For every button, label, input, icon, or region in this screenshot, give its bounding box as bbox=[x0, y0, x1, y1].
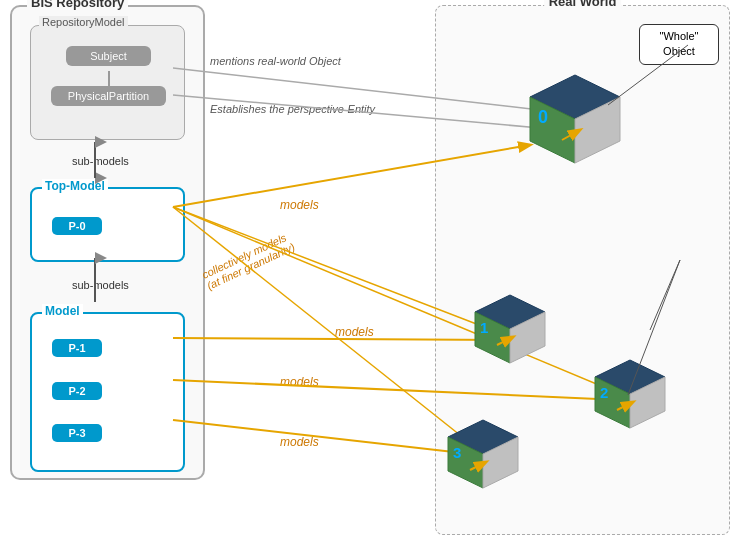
p3-models-arrow bbox=[173, 420, 480, 455]
top-model-box: Top-Model P-0 bbox=[30, 187, 185, 262]
sub-models-label-2: sub-models bbox=[72, 279, 129, 291]
p3-box: P-3 bbox=[52, 424, 102, 442]
p2-box: P-2 bbox=[52, 382, 102, 400]
establishes-label: Establishes the perspective-Entity bbox=[210, 103, 375, 115]
models-label-3: models bbox=[280, 375, 319, 389]
model-label: Model bbox=[42, 304, 83, 318]
subject-box: Subject bbox=[66, 46, 151, 66]
models-label-1: models bbox=[280, 198, 319, 212]
repo-model-label: RepositoryModel bbox=[39, 16, 128, 28]
models-label-2: models bbox=[335, 325, 374, 339]
top-model-label: Top-Model bbox=[42, 179, 108, 193]
real-world-label: Real World bbox=[544, 0, 622, 9]
whole-object-callout: "Whole" Object bbox=[639, 24, 719, 65]
model-box: Model P-1 P-2 P-3 bbox=[30, 312, 185, 472]
collectively-arrow-3 bbox=[173, 207, 475, 447]
sub-models-label-1: sub-models bbox=[72, 155, 129, 167]
collectively-label: collectively models (at finer granularit… bbox=[200, 230, 297, 292]
mentions-label: mentions real-world Object bbox=[210, 55, 341, 67]
bis-repository-box: BIS Repository RepositoryModel Subject P… bbox=[10, 5, 205, 480]
real-world-box: Real World "Whole" Object "Parts" of the… bbox=[435, 5, 730, 535]
bis-repo-title: BIS Repository bbox=[27, 0, 128, 10]
p1-box: P-1 bbox=[52, 339, 102, 357]
whole-line2: Object bbox=[663, 45, 695, 57]
whole-line1: "Whole" bbox=[660, 30, 699, 42]
repository-model-box: RepositoryModel Subject PhysicalPartitio… bbox=[30, 25, 185, 140]
physpart-box: PhysicalPartition bbox=[51, 86, 166, 106]
models-label-4: models bbox=[280, 435, 319, 449]
p0-box: P-0 bbox=[52, 217, 102, 235]
